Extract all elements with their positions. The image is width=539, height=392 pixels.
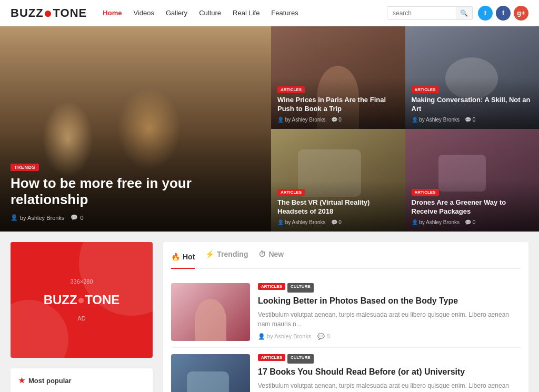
hero-meta: 👤 by Ashley Bronks 💬 0 bbox=[11, 214, 261, 221]
grid-item-3[interactable]: ARTICLES The Best VR (Virtual Reality) H… bbox=[271, 129, 405, 232]
hero-badge: TRENDS bbox=[11, 164, 39, 171]
grid-item-4[interactable]: ARTICLES Drones Are a Greener Way to Rec… bbox=[405, 129, 540, 232]
article-excerpt-1: Vestibulum volutpat aenean, turpis males… bbox=[258, 310, 521, 329]
grid-comments-3: 💬 0 bbox=[331, 219, 342, 225]
hero-main[interactable]: TRENDS How to be more free in your relat… bbox=[0, 26, 271, 232]
hero-comments: 💬 0 bbox=[71, 214, 83, 221]
twitter-icon[interactable]: t bbox=[478, 6, 493, 21]
main-content: 🔥 Hot ⚡ Trending ⏱ New ARTICLES CULTURE bbox=[163, 242, 528, 392]
grid-badge-4: ARTICLES bbox=[412, 189, 439, 196]
grid-content-2: ARTICLES Making Conversation: A Skill, N… bbox=[405, 78, 540, 129]
article-thumb-img-1 bbox=[171, 283, 250, 341]
hero-title: How to be more free in your relationship bbox=[11, 175, 261, 208]
article-body-1: ARTICLES CULTURE Looking Better in Photo… bbox=[258, 283, 521, 341]
nav: Home Videos Gallery Culture Real Life Fe… bbox=[103, 9, 298, 17]
most-popular-title: ★ Most popular bbox=[18, 376, 145, 385]
grid-author-3: 👤 by Ashley Bronks bbox=[277, 219, 326, 225]
article-badge-culture-2: CULTURE bbox=[287, 354, 314, 364]
grid-meta-1: 👤 by Ashley Bronks 💬 0 bbox=[277, 117, 399, 123]
trending-icon: ⚡ bbox=[205, 250, 214, 258]
grid-comments-2: 💬 0 bbox=[465, 117, 475, 123]
grid-badge-2: ARTICLES bbox=[412, 86, 439, 93]
header-right: 🔍 t f g+ bbox=[387, 6, 528, 21]
article-thumb-2 bbox=[171, 354, 250, 392]
sidebar: 336×280 BUZZ●TONE AD ★ Most popular 1 Br… bbox=[11, 242, 153, 392]
hero-main-content: TRENDS How to be more free in your relat… bbox=[0, 152, 271, 232]
grid-author-2: 👤 by Ashley Bronks bbox=[412, 117, 460, 123]
article-card-2[interactable]: ARTICLES CULTURE 17 Books You Should Rea… bbox=[171, 348, 521, 392]
article-comments-1: 💬 0 bbox=[317, 333, 330, 340]
grid-item-1[interactable]: ARTICLES Wine Prices in Paris Are the Fi… bbox=[271, 26, 405, 129]
tab-new[interactable]: ⏱ New bbox=[258, 250, 284, 263]
hero-section: TRENDS How to be more free in your relat… bbox=[0, 26, 539, 232]
grid-author-4: 👤 by Ashley Bronks bbox=[412, 219, 460, 225]
logo-stone: TONE bbox=[53, 6, 87, 20]
logo[interactable]: BUZZ●TONE bbox=[11, 6, 87, 21]
article-card-1[interactable]: ARTICLES CULTURE Looking Better in Photo… bbox=[171, 277, 521, 348]
grid-meta-2: 👤 by Ashley Bronks 💬 0 bbox=[412, 117, 533, 123]
grid-title-4: Drones Are a Greener Way to Receive Pack… bbox=[412, 198, 533, 216]
header: BUZZ●TONE Home Videos Gallery Culture Re… bbox=[0, 0, 539, 26]
grid-title-3: The Best VR (Virtual Reality) Headsets o… bbox=[277, 198, 399, 216]
grid-comments-4: 💬 0 bbox=[465, 219, 475, 225]
article-thumb-img-2 bbox=[171, 354, 250, 392]
nav-gallery[interactable]: Gallery bbox=[166, 9, 187, 17]
article-body-2: ARTICLES CULTURE 17 Books You Should Rea… bbox=[258, 354, 521, 392]
article-author-1: 👤 by Ashley Bronks bbox=[258, 333, 311, 340]
article-badge-articles-1: ARTICLES bbox=[258, 283, 285, 290]
ad-box: 336×280 BUZZ●TONE AD bbox=[11, 242, 153, 358]
star-icon: ★ bbox=[18, 376, 25, 385]
ad-dimensions: 336×280 bbox=[70, 278, 93, 285]
google-icon[interactable]: g+ bbox=[514, 6, 528, 21]
hot-icon: 🔥 bbox=[171, 253, 180, 261]
tab-trending[interactable]: ⚡ Trending bbox=[205, 250, 248, 263]
logo-dot: ● bbox=[44, 6, 53, 21]
facebook-icon[interactable]: f bbox=[496, 6, 511, 21]
nav-features[interactable]: Features bbox=[271, 9, 298, 17]
logo-buzz: BUZZ bbox=[11, 6, 44, 20]
article-excerpt-2: Vestibulum volutpat aenean, turpis males… bbox=[258, 381, 521, 392]
search-button[interactable]: 🔍 bbox=[456, 7, 472, 19]
grid-title-2: Making Conversation: A Skill, Not an Art bbox=[412, 96, 533, 114]
comment-icon: 💬 bbox=[71, 214, 78, 221]
hero-author: 👤 by Ashley Bronks bbox=[11, 214, 64, 221]
article-badge-articles-2: ARTICLES bbox=[258, 354, 285, 361]
grid-badge-3: ARTICLES bbox=[277, 189, 305, 196]
grid-meta-4: 👤 by Ashley Bronks 💬 0 bbox=[412, 219, 533, 225]
most-popular: ★ Most popular 1 Bring The Noise With Th… bbox=[11, 368, 153, 392]
article-badge-culture-1: CULTURE bbox=[287, 283, 314, 293]
tabs: 🔥 Hot ⚡ Trending ⏱ New bbox=[171, 250, 521, 269]
article-thumb-1 bbox=[171, 283, 250, 341]
grid-content-1: ARTICLES Wine Prices in Paris Are the Fi… bbox=[271, 78, 405, 129]
hero-grid: ARTICLES Wine Prices in Paris Are the Fi… bbox=[271, 26, 539, 232]
content-section: 336×280 BUZZ●TONE AD ★ Most popular 1 Br… bbox=[0, 232, 539, 392]
nav-reallife[interactable]: Real Life bbox=[233, 9, 259, 17]
article-meta-1: 👤 by Ashley Bronks 💬 0 bbox=[258, 333, 521, 340]
article-badges-2: ARTICLES CULTURE bbox=[258, 354, 521, 364]
nav-culture[interactable]: Culture bbox=[199, 9, 221, 17]
search-input[interactable] bbox=[387, 7, 456, 19]
new-icon: ⏱ bbox=[258, 250, 266, 258]
grid-content-4: ARTICLES Drones Are a Greener Way to Rec… bbox=[405, 180, 540, 232]
grid-title-1: Wine Prices in Paris Are the Final Push … bbox=[277, 96, 399, 114]
grid-badge-1: ARTICLES bbox=[277, 86, 305, 93]
grid-item-2[interactable]: ARTICLES Making Conversation: A Skill, N… bbox=[405, 26, 540, 129]
search-wrap: 🔍 bbox=[387, 6, 473, 20]
article-title-1: Looking Better in Photos Based on the Bo… bbox=[258, 296, 521, 307]
social-icons: t f g+ bbox=[478, 6, 528, 21]
grid-content-3: ARTICLES The Best VR (Virtual Reality) H… bbox=[271, 180, 405, 232]
article-badges-1: ARTICLES CULTURE bbox=[258, 283, 521, 293]
grid-author-1: 👤 by Ashley Bronks bbox=[277, 117, 326, 123]
tab-hot[interactable]: 🔥 Hot bbox=[171, 250, 195, 269]
ad-logo: BUZZ●TONE bbox=[44, 293, 120, 307]
ad-label: AD bbox=[77, 315, 85, 321]
article-title-2: 17 Books You Should Read Before (or at) … bbox=[258, 367, 521, 378]
grid-meta-3: 👤 by Ashley Bronks 💬 0 bbox=[277, 219, 399, 225]
nav-videos[interactable]: Videos bbox=[133, 9, 154, 17]
nav-home[interactable]: Home bbox=[103, 9, 122, 17]
grid-comments-1: 💬 0 bbox=[331, 117, 342, 123]
author-icon: 👤 bbox=[11, 214, 18, 221]
